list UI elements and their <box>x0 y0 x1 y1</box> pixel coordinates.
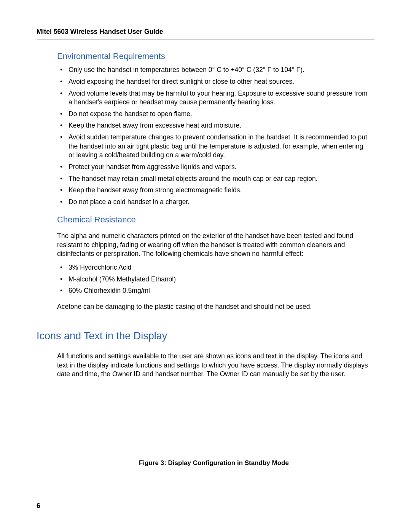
content-icons: All functions and settings available to … <box>57 352 371 468</box>
subheading-chemical-resistance: Chemical Resistance <box>57 214 371 225</box>
list-item: 60% Chlorhexidin 0.5mg/ml <box>57 286 371 296</box>
list-item: Do not expose the handset to open flame. <box>57 110 371 119</box>
env-bullets: Only use the handset in temperatures bet… <box>57 66 371 206</box>
chem-intro: The alpha and numeric characters printed… <box>57 232 371 259</box>
page-number: 6 <box>37 502 40 511</box>
list-item: Keep the handset away from strong electr… <box>57 186 371 195</box>
doc-header-title: Mitel 5603 Wireless Handset User Guide <box>37 27 374 37</box>
subheading-environmental-requirements: Environmental Requirements <box>57 51 371 62</box>
list-item: The handset may retain small metal objec… <box>57 174 371 184</box>
list-item: Avoid exposing the handset for direct su… <box>57 77 371 86</box>
list-item: 3% Hydrochloric Acid <box>57 263 371 272</box>
list-item: Avoid volume levels that may be harmful … <box>57 89 371 107</box>
section-heading-icons-text-display: Icons and Text in the Display <box>37 329 374 343</box>
list-item: Only use the handset in temperatures bet… <box>57 66 371 75</box>
list-item: M-alcohol (70% Methylated Ethanol) <box>57 275 371 284</box>
header-divider <box>37 40 374 40</box>
icons-para: All functions and settings available to … <box>57 352 371 379</box>
list-item: Avoid sudden temperature changes to prev… <box>57 133 371 160</box>
chem-acetone-note: Acetone can be damaging to the plastic c… <box>57 302 371 312</box>
content-env: Environmental Requirements Only use the … <box>57 51 371 312</box>
list-item: Do not place a cold handset in a charger… <box>57 198 371 207</box>
page: Mitel 5603 Wireless Handset User Guide E… <box>0 0 411 490</box>
chem-bullets: 3% Hydrochloric Acid M-alcohol (70% Meth… <box>57 263 371 296</box>
list-item: Protect your handset from aggressive liq… <box>57 163 371 172</box>
figure-caption: Figure 3: Display Configuration in Stand… <box>57 459 371 468</box>
list-item: Keep the handset away from excessive hea… <box>57 121 371 130</box>
